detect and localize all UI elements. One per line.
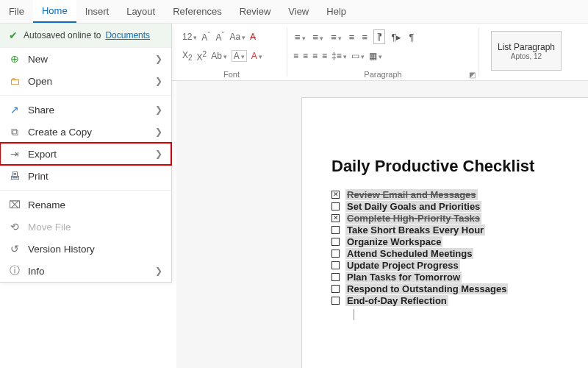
grow-font-button[interactable]: A˄ <box>201 31 211 43</box>
file-menu-label: Create a Copy <box>28 127 148 138</box>
rtl-button[interactable]: ¶▸ <box>390 31 403 43</box>
ltr-button[interactable]: ¶ <box>373 29 385 44</box>
paragraph-group: ≡ ≡ ≡ ≡ ≡ ¶ ¶▸ ¶ ≡ ≡ ≡ ≡ ‡≡ ▭ ▦ Paragrap… <box>287 24 478 80</box>
checklist-item[interactable]: Set Daily Goals and Priorities <box>331 201 588 212</box>
font-size-dropdown[interactable]: 12 <box>182 32 197 42</box>
checklist-text[interactable]: Respond to Outstanding Messages <box>345 283 508 294</box>
checklist-item[interactable]: Complete High-Priority Tasks <box>331 213 588 224</box>
checkbox-icon[interactable] <box>331 238 340 246</box>
font-color-button[interactable]: A <box>251 51 262 61</box>
file-menu-copy[interactable]: ⧉Create a Copy❯ <box>0 121 171 143</box>
styles-group: List Paragraph Aptos, 12 <box>479 24 573 80</box>
file-menu-label: Info <box>28 266 148 277</box>
checkbox-icon[interactable] <box>331 261 340 269</box>
file-menu-export[interactable]: ⇥Export❯ <box>0 143 171 165</box>
shrink-font-button[interactable]: A˅ <box>215 31 225 43</box>
history-icon: ↺ <box>9 243 21 255</box>
checklist-text[interactable]: Take Short Breaks Every Hour <box>345 224 485 236</box>
line-spacing-button[interactable]: ‡≡ <box>331 51 347 61</box>
file-menu-label: Share <box>28 105 148 116</box>
checkbox-icon[interactable] <box>331 285 340 293</box>
checklist[interactable]: Review Email and MessagesSet Daily Goals… <box>331 189 588 306</box>
decrease-indent-button[interactable]: ≡ <box>348 31 356 43</box>
file-menu-move: ⟲Move File <box>0 216 171 238</box>
checklist-text[interactable]: Attend Scheduled Meetings <box>345 248 473 259</box>
rename-icon: ⌧ <box>9 199 21 210</box>
align-center-button[interactable]: ≡ <box>303 51 308 61</box>
file-menu-history[interactable]: ↺Version History <box>0 238 171 260</box>
clear-formatting-button[interactable]: A̶ <box>250 32 256 42</box>
bullets-button[interactable]: ≡ <box>293 31 307 43</box>
checkbox-icon[interactable] <box>331 297 340 305</box>
chevron-right-icon: ❯ <box>155 105 162 115</box>
checkbox-icon[interactable] <box>331 250 340 258</box>
file-menu-new[interactable]: ⊕New❯ <box>0 48 171 70</box>
file-menu-label: Open <box>28 76 148 87</box>
copy-icon: ⧉ <box>9 126 21 138</box>
numbering-button[interactable]: ≡ <box>312 31 326 43</box>
paragraph-launcher-icon[interactable]: ◩ <box>469 71 476 79</box>
chevron-right-icon: ❯ <box>155 149 162 159</box>
checkbox-checked-icon[interactable] <box>331 191 340 199</box>
checklist-item[interactable]: Update Project Progress <box>331 260 588 271</box>
checklist-text[interactable]: Review Email and Messages <box>345 189 478 200</box>
borders-button[interactable]: ▦ <box>369 51 382 61</box>
style-preview-button[interactable]: List Paragraph Aptos, 12 <box>491 31 562 71</box>
align-left-button[interactable]: ≡ <box>293 51 298 61</box>
show-marks-button[interactable]: ¶ <box>407 31 415 43</box>
tab-file[interactable]: File <box>0 0 33 23</box>
checklist-text[interactable]: End-of-Day Reflection <box>345 295 448 306</box>
document-page[interactable]: Daily Productive Checklist Review Email … <box>301 97 588 368</box>
highlight-button[interactable]: A <box>232 50 247 62</box>
document-title[interactable]: Daily Productive Checklist <box>331 157 588 176</box>
checklist-text[interactable]: Organize Workspace <box>345 236 442 247</box>
checkbox-icon[interactable] <box>331 226 340 234</box>
checklist-text[interactable]: Plan Tasks for Tomorrow <box>345 272 462 283</box>
tab-home[interactable]: Home <box>33 0 76 23</box>
checklist-text[interactable]: Set Daily Goals and Priorities <box>345 201 481 212</box>
checklist-item[interactable]: End-of-Day Reflection <box>331 295 588 306</box>
tab-insert[interactable]: Insert <box>76 0 118 23</box>
file-menu-info[interactable]: ⓘInfo❯ <box>0 260 171 282</box>
checklist-item[interactable]: Plan Tasks for Tomorrow <box>331 272 588 283</box>
autosave-link[interactable]: Documents <box>105 30 150 40</box>
file-menu: ✔ Autosaved online to Documents ⊕New❯🗀Op… <box>0 24 172 283</box>
subscript-button[interactable]: X2 <box>182 50 193 62</box>
checklist-text[interactable]: Update Project Progress <box>345 260 460 271</box>
checkbox-icon[interactable] <box>331 202 340 210</box>
increase-indent-button[interactable]: ≡ <box>360 31 369 43</box>
text-effects-button[interactable]: Ab <box>211 51 227 61</box>
file-menu-open[interactable]: 🗀Open❯ <box>0 70 171 92</box>
checklist-item[interactable]: Review Email and Messages <box>331 189 588 200</box>
justify-button[interactable]: ≡ <box>322 51 327 61</box>
superscript-button[interactable]: X2 <box>197 50 207 63</box>
tab-references[interactable]: References <box>164 0 230 23</box>
checkbox-icon[interactable] <box>331 273 340 281</box>
tab-layout[interactable]: Layout <box>118 0 164 23</box>
checklist-item[interactable]: Organize Workspace <box>331 236 588 247</box>
file-menu-label: Print <box>28 171 162 182</box>
align-right-button[interactable]: ≡ <box>312 51 318 61</box>
multilevel-button[interactable]: ≡ <box>329 31 343 43</box>
print-icon: 🖶 <box>9 170 21 182</box>
folder-icon: 🗀 <box>9 75 21 87</box>
checklist-text[interactable]: Complete High-Priority Tasks <box>345 213 481 224</box>
file-menu-print[interactable]: 🖶Print <box>0 165 171 187</box>
checkbox-checked-icon[interactable] <box>331 214 340 222</box>
font-group-label: Font <box>182 70 281 80</box>
checklist-item[interactable]: Take Short Breaks Every Hour <box>331 224 588 236</box>
move-icon: ⟲ <box>9 221 21 233</box>
tab-help[interactable]: Help <box>318 0 355 23</box>
shading-button[interactable]: ▭ <box>351 51 365 61</box>
checklist-item[interactable]: Attend Scheduled Meetings <box>331 248 588 259</box>
file-menu-label: Move File <box>28 222 162 233</box>
autosave-banner: ✔ Autosaved online to Documents <box>0 24 171 48</box>
file-menu-rename[interactable]: ⌧Rename <box>0 194 171 216</box>
file-menu-share[interactable]: ↗Share❯ <box>0 99 171 121</box>
checklist-item[interactable]: Respond to Outstanding Messages <box>331 283 588 294</box>
tab-review[interactable]: Review <box>231 0 280 23</box>
chevron-right-icon: ❯ <box>155 266 162 276</box>
tab-view[interactable]: View <box>279 0 318 23</box>
change-case-button[interactable]: Aa <box>229 32 245 42</box>
file-menu-label: Version History <box>28 244 162 255</box>
